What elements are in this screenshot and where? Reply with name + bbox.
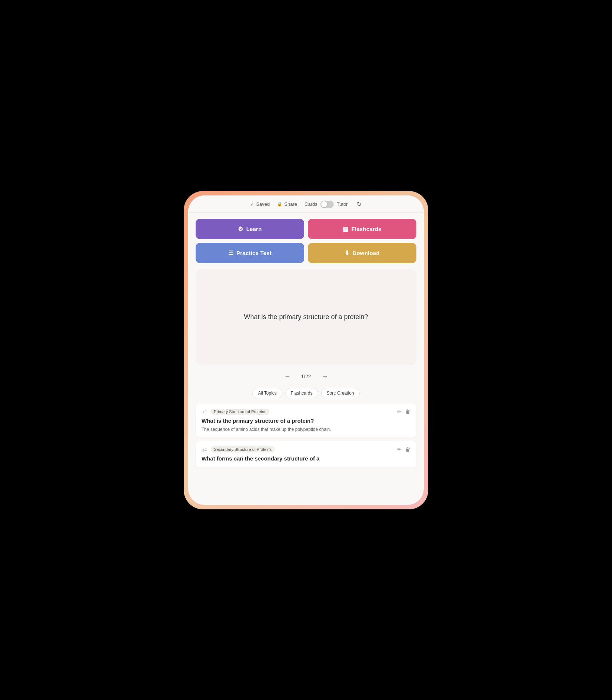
card-topic: Primary Structure of Proteins xyxy=(211,409,269,415)
card-item-meta: p.1 Primary Structure of Proteins xyxy=(202,409,269,415)
card-topic: Secondary Structure of Proteins xyxy=(211,446,275,452)
card-item-header: p.1 Primary Structure of Proteins ✏ 🗑 xyxy=(202,409,410,415)
edit-card-button[interactable]: ✏ xyxy=(397,409,402,415)
card-answer-text: The sequence of amino acids that make up… xyxy=(202,426,410,433)
cards-label: Cards xyxy=(305,201,317,207)
share-button[interactable]: 🔒 Share xyxy=(277,201,297,207)
flashcard-display[interactable]: What is the primary structure of a prote… xyxy=(196,269,416,365)
card-list-item: p.1 Secondary Structure of Proteins ✏ 🗑 … xyxy=(196,441,416,468)
saved-button[interactable]: ✓ Saved xyxy=(250,201,270,207)
practice-label: Practice Test xyxy=(236,250,272,256)
download-label: Download xyxy=(352,250,379,256)
practice-test-button[interactable]: ☰ Practice Test xyxy=(196,243,304,263)
card-question-text: What is the primary structure of a prote… xyxy=(202,417,410,425)
sort-filter[interactable]: Sort: Creation xyxy=(321,388,360,398)
card-question-text: What forms can the secondary structure o… xyxy=(202,455,410,462)
tutor-label: Tutor xyxy=(337,201,348,207)
learn-button[interactable]: ⚙ Learn xyxy=(196,219,304,239)
delete-card-button[interactable]: 🗑 xyxy=(405,409,410,415)
app-container: ✓ Saved 🔒 Share Cards Tutor ↻ ⚙ Learn xyxy=(188,195,424,505)
filter-pills: All Topics Flashcards Sort: Creation xyxy=(196,388,416,398)
learn-icon: ⚙ xyxy=(238,225,243,232)
check-icon: ✓ xyxy=(250,202,254,207)
download-button[interactable]: ⬇ Download xyxy=(308,243,416,263)
delete-card-button[interactable]: 🗑 xyxy=(405,446,410,452)
card-item-header: p.1 Secondary Structure of Proteins ✏ 🗑 xyxy=(202,446,410,452)
flashcards-filter[interactable]: Flashcards xyxy=(285,388,318,398)
action-buttons-grid: ⚙ Learn ▦ Flashcards ☰ Practice Test ⬇ D… xyxy=(196,219,416,263)
saved-label: Saved xyxy=(256,201,270,207)
flashcards-button[interactable]: ▦ Flashcards xyxy=(308,219,416,239)
top-toolbar: ✓ Saved 🔒 Share Cards Tutor ↻ xyxy=(188,195,424,213)
prev-card-button[interactable]: ← xyxy=(281,371,293,382)
next-card-button[interactable]: → xyxy=(319,371,331,382)
card-page: p.1 xyxy=(202,409,207,414)
card-list-item: p.1 Primary Structure of Proteins ✏ 🗑 Wh… xyxy=(196,403,416,438)
device-frame: ✓ Saved 🔒 Share Cards Tutor ↻ ⚙ Learn xyxy=(184,191,428,509)
card-actions: ✏ 🗑 xyxy=(397,409,410,415)
cards-tutor-toggle: Cards Tutor xyxy=(305,201,348,208)
lock-icon: 🔒 xyxy=(277,202,282,207)
edit-card-button[interactable]: ✏ xyxy=(397,446,402,452)
flashcard-question: What is the primary structure of a prote… xyxy=(244,312,368,322)
practice-icon: ☰ xyxy=(228,249,233,257)
flashcards-label: Flashcards xyxy=(351,226,381,232)
refresh-button[interactable]: ↻ xyxy=(357,201,362,208)
flashcards-icon: ▦ xyxy=(343,225,348,232)
all-topics-filter[interactable]: All Topics xyxy=(252,388,282,398)
download-icon: ⬇ xyxy=(345,249,349,257)
card-navigation: ← 1/22 → xyxy=(196,371,416,382)
main-content: ⚙ Learn ▦ Flashcards ☰ Practice Test ⬇ D… xyxy=(188,213,424,505)
card-item-meta: p.1 Secondary Structure of Proteins xyxy=(202,446,275,452)
card-counter: 1/22 xyxy=(301,374,311,379)
learn-label: Learn xyxy=(246,226,262,232)
share-label: Share xyxy=(284,201,297,207)
toggle-switch[interactable] xyxy=(320,201,334,208)
card-actions: ✏ 🗑 xyxy=(397,446,410,452)
card-page: p.1 xyxy=(202,447,207,452)
